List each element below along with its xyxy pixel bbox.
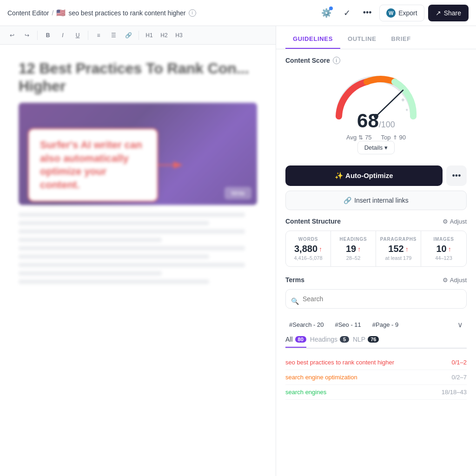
toolbar-undo[interactable]: ↩ (6, 29, 19, 42)
term-label-1: seo best practices to rank content highe… (285, 359, 394, 366)
filter-nlp-label: NLP (353, 336, 365, 343)
top-metric: Top ⇑ 90 (381, 134, 406, 141)
terms-sliders-icon: ⚙ (443, 277, 448, 284)
breadcrumb-parent[interactable]: Content Editor (7, 9, 49, 17)
content-score-title: Content Score i (285, 57, 467, 64)
filter-tab-headings[interactable]: Headings 5 (310, 336, 349, 348)
text-line-3 (19, 229, 245, 234)
structure-grid: WORDS 3,880 ↑ 4,416–5,078 HEADINGS 19 ↑ … (285, 231, 467, 267)
panel-tabs: GUIDELINES OUTLINE BRIEF (276, 26, 476, 49)
details-button[interactable]: Details ▾ (357, 141, 395, 154)
editor-panel: ↩ ↪ B I U ≡ ☰ 🔗 H1 H2 H3 12 Best Practic… (0, 26, 276, 476)
svg-text:✦: ✦ (400, 96, 406, 104)
filter-tabs: All 80 Headings 5 NLP 76 (285, 336, 467, 349)
terms-header: Terms ⚙ Adjust (285, 276, 467, 284)
filter-headings-label: Headings (310, 336, 337, 343)
search-icon: 🔍 (291, 298, 299, 305)
editor-toolbar: ↩ ↪ B I U ≡ ☰ 🔗 H1 H2 H3 (0, 26, 276, 45)
terms-adjust-button[interactable]: ⚙ Adjust (443, 277, 467, 284)
filter-tab-nlp[interactable]: NLP 76 (353, 336, 379, 348)
toolbar-separator-2 (88, 31, 88, 40)
flag-icon: 🇺🇸 (56, 8, 66, 17)
breadcrumb-current: seo best practices to rank content highe… (68, 9, 185, 17)
breadcrumb-separator: / (52, 9, 54, 17)
share-icon: ↗ (436, 9, 441, 17)
panel-content: Content Score i ✦ (276, 49, 476, 476)
info-icon[interactable]: i (189, 9, 196, 17)
filter-headings-badge: 5 (340, 336, 349, 343)
toolbar-h3[interactable]: H3 (172, 29, 185, 42)
tag-search[interactable]: #Search - 20 (285, 319, 327, 330)
toolbar-separator-1 (37, 31, 38, 40)
score-max: /100 (379, 120, 395, 130)
tab-brief[interactable]: BRIEF (384, 30, 418, 49)
callout-arrow-icon (157, 158, 185, 172)
headings-label: HEADINGS (335, 237, 372, 242)
insert-links-button[interactable]: 🔗 Insert internal links (285, 191, 467, 210)
toolbar-align[interactable]: ≡ (92, 29, 105, 42)
content-score-info-icon[interactable]: i (333, 57, 340, 64)
check-button[interactable]: ✓ (338, 5, 355, 21)
content-structure-header: Content Structure ⚙ Adjust (285, 218, 467, 225)
term-item-3: search engines 18/18–43 (285, 385, 467, 400)
text-line-9 (19, 279, 209, 284)
tag-page[interactable]: #Page - 9 (369, 319, 402, 330)
toolbar-redo[interactable]: ↪ (20, 29, 33, 42)
tag-seo[interactable]: #Seo - 11 (331, 319, 364, 330)
images-label: IMAGES (425, 237, 463, 242)
callout-box: Surfer's AI writer can also automaticall… (28, 128, 158, 202)
filter-tab-all[interactable]: All 80 (285, 336, 306, 348)
words-cell: WORDS 3,880 ↑ 4,416–5,078 (286, 231, 331, 266)
toolbar-h2[interactable]: H2 (158, 29, 171, 42)
structure-adjust-button[interactable]: ⚙ Adjust (443, 218, 467, 225)
paragraphs-label: PARAGRAPHS (380, 237, 417, 242)
callout-text: Surfer's AI writer can also automaticall… (40, 139, 146, 192)
score-value: 68 (357, 110, 379, 132)
toolbar-bold[interactable]: B (41, 29, 54, 42)
term-item-1: seo best practices to rank content highe… (285, 355, 467, 370)
tab-outline[interactable]: OUTLINE (340, 30, 384, 49)
auto-optimize-button[interactable]: ✨ Auto-Optimize (285, 165, 443, 186)
words-value: 3,880 ↑ (290, 244, 327, 254)
editor-content: 12 Best Practices To Rank Con...Higher W… (0, 45, 276, 303)
filter-all-badge: 80 (295, 336, 306, 343)
more-options-button[interactable]: ••• (359, 5, 376, 21)
article-title: 12 Best Practices To Rank Con...Higher (19, 60, 257, 95)
settings-badge (329, 7, 333, 10)
score-display: 68 /100 (357, 113, 395, 132)
avg-metric: Avg ⇅ 75 (346, 134, 372, 141)
export-button[interactable]: W Export (379, 5, 424, 21)
headings-cell: HEADINGS 19 ↑ 28–52 (331, 231, 376, 266)
words-label: WORDS (290, 237, 327, 242)
search-input[interactable] (285, 289, 467, 309)
share-button[interactable]: ↗ Share (428, 5, 469, 21)
tab-guidelines[interactable]: GUIDELINES (285, 30, 340, 49)
words-arrow-icon: ↑ (319, 245, 322, 253)
paragraphs-cell: PARAGRAPHS 152 ↑ at least 179 (376, 231, 421, 266)
text-line-7 (19, 263, 245, 267)
avg-icon: ⇅ (358, 134, 363, 141)
svg-text:✦: ✦ (405, 107, 409, 112)
term-item-2: search engine optimization 0/2–7 (285, 370, 467, 385)
auto-optimize-more-button[interactable]: ••• (446, 165, 467, 186)
term-count-2: 0/2–7 (451, 374, 467, 381)
toolbar-italic[interactable]: I (56, 29, 69, 42)
words-range: 4,416–5,078 (290, 255, 327, 261)
write-button[interactable]: Write (225, 187, 251, 199)
search-wrapper: 🔍 (285, 289, 467, 313)
top-icon: ⇑ (393, 134, 397, 141)
term-count-1: 0/1–2 (451, 359, 467, 366)
paragraphs-arrow-icon: ↑ (405, 245, 409, 253)
tags-expand-button[interactable]: ∨ (454, 318, 467, 331)
text-line-1 (19, 212, 245, 217)
toolbar-link[interactable]: 🔗 (122, 29, 135, 42)
toolbar-h1[interactable]: H1 (143, 29, 156, 42)
score-meta: Avg ⇅ 75 Top ⇑ 90 (346, 134, 406, 141)
toolbar-list[interactable]: ☰ (107, 29, 120, 42)
export-label: Export (398, 9, 417, 17)
share-label: Share (444, 9, 461, 17)
filter-all-label: All (285, 336, 293, 343)
headings-arrow-icon: ↑ (357, 245, 361, 253)
toolbar-underline[interactable]: U (71, 29, 84, 42)
settings-button[interactable]: ⚙️ (318, 5, 335, 21)
